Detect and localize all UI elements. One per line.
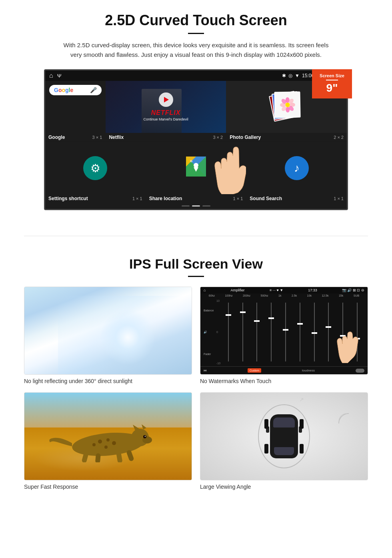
netflix-label: Netflix 3 × 2 (106, 133, 226, 142)
cheetah-image (24, 392, 192, 480)
settings-cell[interactable]: ⚙ (45, 142, 146, 194)
section-curved-screen: 2.5D Curved Touch Screen With 2.5D curve… (0, 0, 392, 220)
maps-icon: G (186, 157, 206, 180)
amp-bottom-bar: ⏮ Custom loudness (200, 366, 368, 374)
pointing-hand-icon (206, 143, 246, 194)
touch-hand (332, 327, 360, 365)
nav-dot-2 (192, 205, 200, 207)
sunlight-image (24, 287, 192, 375)
section1-title: 2.5D Curved Touch Screen (24, 12, 368, 29)
wheel-rr (300, 444, 304, 454)
wheel-fr (300, 419, 304, 429)
car-image: ↗ (200, 392, 368, 480)
amplifier-image: ⌂ Amplifier ≡ ··· ♥ ▼ 17:33 📷 🔊 ⊠ ⊡ ⊖ 60… (200, 287, 368, 375)
cheetah-caption: Super Fast Response (24, 484, 192, 490)
touch-hand-icon (332, 327, 360, 363)
section1-divider (188, 33, 204, 34)
wifi-icon: ▼ (295, 73, 300, 78)
svg-text:G: G (190, 159, 192, 163)
svg-point-31 (104, 446, 108, 449)
eq-slider-4[interactable] (271, 303, 272, 361)
eq-sliders: 10 0 -10 (217, 299, 364, 365)
nav-dots (45, 203, 347, 209)
svg-point-32 (92, 443, 96, 446)
amplifier-screen: ⌂ Amplifier ≡ ··· ♥ ▼ 17:33 📷 🔊 ⊠ ⊡ ⊖ 60… (200, 287, 368, 374)
amp-eq-labels: 60hz 100hz 200hz 500hz 1k 2.5k 10k 12.5k… (200, 293, 368, 298)
eq-slider-3[interactable] (256, 303, 257, 361)
eq-slider-2[interactable] (242, 303, 243, 361)
google-search-bar[interactable]: Google 🎤 (49, 85, 102, 95)
section2-title: IPS Full Screen View (24, 256, 368, 272)
section-divider-line (24, 236, 368, 236)
amp-time: 17:33 (308, 288, 317, 292)
google-label: Google 3 × 1 (45, 133, 105, 142)
amp-icons: 📷 🔊 ⊠ ⊡ ⊖ (342, 288, 364, 292)
usb-icon: Ψ (57, 73, 62, 79)
share-location-label: Share location 1 × 1 (146, 194, 246, 203)
eq-slider-6[interactable] (300, 303, 300, 361)
eq-slider-8[interactable] (328, 303, 329, 361)
amp-custom-button[interactable]: Custom (248, 368, 261, 373)
car-caption: Large Viewing Angle (200, 484, 368, 490)
netflix-subtitle: Continue Marvel's Daredevil (143, 117, 188, 121)
car-angle-indicator: ↗ (299, 396, 304, 403)
feature-car: ↗ Large Viewing Angle (200, 392, 368, 490)
android-screen: ⌂ Ψ ✱ ◎ ▼ 15:06 ⊡ ◁) ⊠ ⬜ (44, 69, 348, 210)
amp-prev-icon[interactable]: ⏮ (204, 369, 207, 372)
svg-marker-23 (142, 424, 146, 430)
netflix-content: NETFLIX Continue Marvel's Daredevil (143, 92, 188, 121)
badge-title: Screen Size (315, 73, 349, 78)
netflix-cell[interactable]: NETFLIX Continue Marvel's Daredevil (106, 81, 226, 133)
amp-home: ⌂ (204, 288, 206, 292)
cheetah-container (41, 422, 175, 462)
eq-thumb-2 (240, 311, 246, 313)
badge-divider (326, 80, 338, 80)
sunlight-photo (24, 287, 192, 374)
svg-point-28 (98, 440, 102, 444)
car-body (270, 414, 298, 458)
sound-search-icon: ♪ (285, 156, 309, 180)
wheel-rl (264, 444, 268, 454)
light-ray (58, 296, 192, 374)
eq-thumb-6 (297, 323, 303, 325)
amp-loudness-toggle[interactable] (356, 369, 364, 373)
angle-arc-icon (327, 401, 351, 426)
settings-label: Settings shortcut 1 × 1 (45, 194, 146, 203)
feature-amplifier: ⌂ Amplifier ≡ ··· ♥ ▼ 17:33 📷 🔊 ⊠ ⊡ ⊖ 60… (200, 287, 368, 384)
mic-icon[interactable]: 🎤 (90, 87, 97, 93)
eq-side-labels: Balance 🔊 Fader (204, 299, 216, 365)
eq-thumb-5 (283, 329, 288, 331)
car-windshield (273, 417, 295, 428)
music-note-icon: ♪ (294, 162, 300, 175)
nav-dot-1 (182, 205, 190, 207)
feature-cheetah: Super Fast Response (24, 392, 192, 490)
sound-search-cell[interactable]: ♪ (246, 142, 347, 194)
photo-card-3 (274, 91, 301, 118)
google-logo: Google (54, 87, 73, 93)
photo-stack (270, 91, 302, 123)
feature-grid: No light reflecting under 360° direct su… (24, 287, 368, 490)
svg-point-34 (145, 436, 146, 437)
cheetah-photo (24, 393, 192, 480)
eq-slider-7[interactable] (314, 303, 315, 361)
svg-point-29 (106, 438, 110, 442)
gear-icon: ⚙ (90, 162, 100, 175)
screen-size-badge: Screen Size 9" (312, 69, 352, 98)
google-cell[interactable]: Google 🎤 (45, 81, 106, 133)
sound-search-label: Sound Search 1 × 1 (246, 194, 347, 203)
svg-point-14 (194, 163, 198, 168)
amp-menu: ≡ ··· ♥ ▼ (270, 288, 284, 292)
share-location-cell[interactable]: G (146, 142, 246, 194)
amp-statusbar: ⌂ Amplifier ≡ ··· ♥ ▼ 17:33 📷 🔊 ⊠ ⊡ ⊖ (200, 287, 368, 293)
netflix-play-button[interactable] (159, 92, 173, 107)
eq-slider-5[interactable] (285, 303, 286, 361)
section-ips-view: IPS Full Screen View No light reflecting… (0, 252, 392, 502)
section1-description: With 2.5D curved-display screen, this de… (60, 40, 332, 60)
eq-slider-1[interactable] (228, 303, 229, 361)
statusbar-left: ⌂ Ψ (49, 72, 62, 79)
car-top-view: ↗ (200, 393, 368, 480)
car-oval-wrapper: ↗ (258, 404, 310, 468)
home-icon[interactable]: ⌂ (49, 72, 53, 79)
device-wrapper: Screen Size 9" ⌂ Ψ ✱ ◎ ▼ 15:06 ⊡ (44, 69, 348, 210)
eq-thumb-4 (268, 317, 274, 319)
